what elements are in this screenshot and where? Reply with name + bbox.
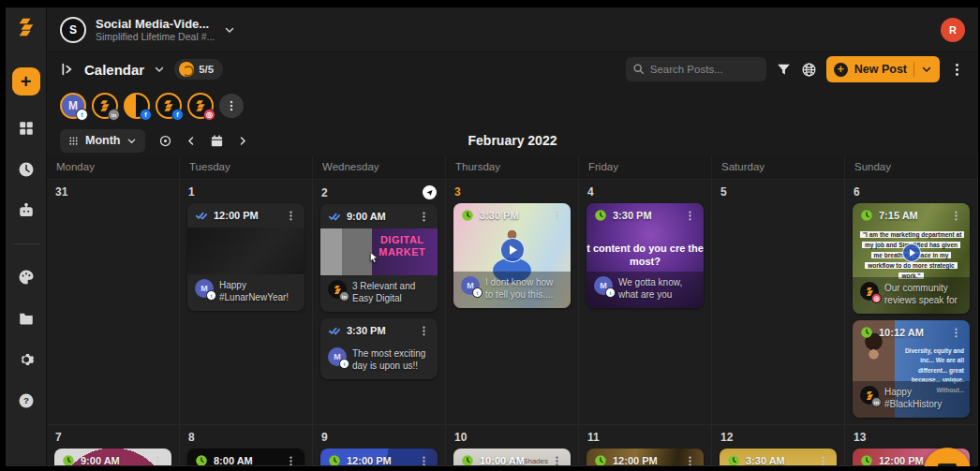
filter-icon[interactable] bbox=[776, 62, 792, 78]
brand-kit-icon[interactable] bbox=[18, 269, 35, 286]
top-bar: S Social Media-Vide... Simplified Lifeti… bbox=[47, 7, 978, 52]
chevron-down-icon[interactable] bbox=[154, 64, 165, 75]
post-menu-icon[interactable] bbox=[684, 455, 696, 467]
create-new-button[interactable]: + bbox=[12, 67, 40, 96]
account-avatar-facebook-2[interactable] bbox=[156, 93, 182, 119]
calendar-cell-feb10[interactable]: 10 ...rs, Shades 10:00 AM bbox=[446, 425, 579, 466]
history-icon[interactable] bbox=[18, 161, 35, 178]
post-time: 12:00 PM bbox=[214, 210, 279, 221]
post-card[interactable]: ...rs, Shades 10:00 AM bbox=[453, 449, 571, 466]
linkedin-badge-icon bbox=[339, 291, 349, 302]
scheduled-clock-icon bbox=[860, 326, 873, 339]
calendar-cell-feb3-today[interactable]: 3 3:30 PM M I dont know how to tell you … bbox=[446, 180, 579, 425]
search-input[interactable] bbox=[626, 57, 766, 81]
scheduled-clock-icon bbox=[62, 454, 75, 466]
post-time: 3:30 PM bbox=[613, 210, 678, 221]
post-menu-icon[interactable] bbox=[418, 455, 430, 467]
calendar-cell-feb2[interactable]: 2 9:00 AM DIGITAL MARKET bbox=[313, 180, 446, 425]
globe-icon[interactable] bbox=[801, 62, 817, 78]
calendar-cell-feb1[interactable]: 1 12:00 PM M Happy #LunarNewYear! 2022 i… bbox=[180, 180, 313, 425]
calendar-cell-feb12[interactable]: 12 3:30 AM bbox=[712, 425, 845, 466]
post-caption: Our community reviews speak for themselv… bbox=[884, 282, 962, 307]
account-avatar-facebook[interactable] bbox=[124, 93, 150, 119]
post-thumbnail: DIGITAL MARKET bbox=[320, 228, 438, 275]
linkedin-badge-icon bbox=[871, 397, 882, 407]
play-icon[interactable] bbox=[902, 243, 921, 262]
post-menu-icon[interactable] bbox=[418, 325, 430, 337]
post-menu-icon[interactable] bbox=[152, 455, 164, 467]
linkedin-badge-icon bbox=[108, 109, 120, 121]
calendar-cell-jan31[interactable]: 31 bbox=[47, 180, 180, 425]
more-accounts-button[interactable] bbox=[219, 94, 244, 118]
scheduled-clock-icon bbox=[461, 209, 474, 222]
previous-month-icon[interactable] bbox=[186, 134, 197, 148]
app-window: + S Social Media-Vide... Simplified Life… bbox=[6, 7, 978, 466]
post-menu-icon[interactable] bbox=[950, 327, 962, 339]
ai-assistant-icon[interactable] bbox=[18, 202, 35, 219]
post-card[interactable]: 3:30 PM M I dont know how to tell you th… bbox=[453, 203, 571, 308]
calendar-cell-feb6[interactable]: 6 7:15 AM "I am the marketing department… bbox=[845, 180, 978, 425]
thumbnail-text: t content do you cre the most? bbox=[587, 242, 704, 269]
post-card[interactable]: 7:15 AM "I am the marketing department a… bbox=[853, 203, 970, 314]
post-account-avatar: M bbox=[328, 347, 347, 366]
send-indicator-icon bbox=[423, 185, 437, 199]
account-avatar-linkedin[interactable] bbox=[92, 93, 118, 119]
scheduled-clock-icon bbox=[328, 454, 341, 466]
post-card[interactable]: 12:00 PM bbox=[320, 449, 438, 466]
post-menu-icon[interactable] bbox=[285, 455, 297, 467]
next-month-icon[interactable] bbox=[237, 134, 248, 148]
folders-icon[interactable] bbox=[18, 310, 35, 327]
credits-badge[interactable]: 5/5 bbox=[174, 59, 223, 80]
post-card[interactable]: 12:00 PM bbox=[587, 449, 704, 466]
post-card[interactable]: 10:12 AM Diversity, equity and inc... We… bbox=[853, 320, 970, 418]
calendar-cell-feb11[interactable]: 11 12:00 PM bbox=[579, 425, 712, 466]
post-menu-icon[interactable] bbox=[551, 210, 563, 222]
post-menu-icon[interactable] bbox=[817, 455, 829, 467]
post-menu-icon[interactable] bbox=[418, 211, 430, 223]
user-avatar[interactable]: R bbox=[941, 18, 965, 42]
workspace-selector[interactable]: S Social Media-Vide... Simplified Lifeti… bbox=[60, 17, 235, 43]
twitter-badge-icon bbox=[76, 109, 88, 121]
post-card[interactable]: 3:30 PM M The most exciting day is upon … bbox=[320, 318, 438, 379]
view-selector[interactable]: Month bbox=[60, 129, 145, 153]
post-card[interactable]: 3:30 PM t content do you cre the most? M… bbox=[587, 203, 704, 308]
post-time: 9:00 AM bbox=[347, 211, 412, 222]
post-menu-icon[interactable] bbox=[285, 210, 297, 222]
post-menu-icon[interactable] bbox=[950, 210, 962, 222]
post-menu-icon[interactable] bbox=[551, 455, 563, 467]
new-post-button[interactable]: + New Post bbox=[826, 56, 940, 82]
post-card[interactable]: 12:00 PM M Happy #LunarNewYear! 2022 is … bbox=[187, 203, 304, 311]
calendar-cell-feb9[interactable]: 9 12:00 PM bbox=[313, 425, 446, 466]
post-card[interactable]: 9:00 AM DIGITAL MARKET 3 Relevant and Ea… bbox=[320, 204, 438, 312]
post-time: 9:00 AM bbox=[81, 455, 146, 466]
dashboard-icon[interactable] bbox=[18, 120, 35, 137]
published-check-icon bbox=[328, 210, 341, 223]
weekday-label: Saturday bbox=[712, 155, 845, 179]
calendar-cell-feb8[interactable]: 8 8:00 AM bbox=[180, 425, 313, 466]
date-label: 4 bbox=[587, 185, 594, 199]
calendar-icon[interactable] bbox=[210, 134, 224, 148]
account-avatar-twitter[interactable]: M bbox=[60, 93, 86, 119]
help-icon[interactable] bbox=[18, 392, 35, 409]
date-label: 7 bbox=[55, 431, 62, 444]
scheduled-clock-icon bbox=[594, 209, 607, 222]
calendar-cell-feb5[interactable]: 5 bbox=[712, 180, 845, 425]
twitter-badge-icon bbox=[339, 359, 349, 369]
post-card[interactable]: 3:30 AM bbox=[720, 449, 837, 466]
account-avatar-instagram[interactable] bbox=[187, 93, 214, 119]
post-card[interactable]: 8:00 AM bbox=[187, 449, 304, 466]
calendar-cell-feb4[interactable]: 4 3:30 PM t content do you cre the most?… bbox=[579, 180, 712, 425]
date-label: 5 bbox=[720, 185, 727, 199]
instagram-badge-icon bbox=[203, 109, 215, 121]
post-card[interactable]: 9:00 AM bbox=[54, 449, 171, 466]
more-options-icon[interactable] bbox=[949, 62, 965, 78]
calendar-cell-feb7[interactable]: 7 9:00 AM bbox=[47, 425, 180, 466]
connected-accounts-row: M bbox=[47, 86, 978, 125]
chat-bubble-icon bbox=[936, 460, 958, 466]
play-icon[interactable] bbox=[500, 238, 525, 262]
collapse-panel-icon[interactable] bbox=[60, 62, 75, 77]
post-menu-icon[interactable] bbox=[684, 210, 696, 222]
today-target-icon[interactable] bbox=[158, 134, 172, 148]
plus-icon: + bbox=[834, 63, 848, 77]
settings-icon[interactable] bbox=[18, 351, 35, 368]
